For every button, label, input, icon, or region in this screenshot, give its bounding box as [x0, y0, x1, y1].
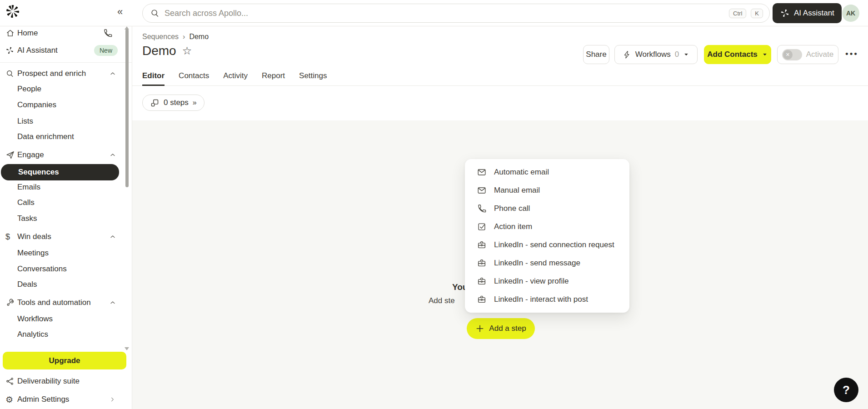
briefcase-icon: [477, 294, 487, 304]
menu-item-linkedin-interact-with-post[interactable]: LinkedIn - interact with post: [465, 290, 629, 309]
chevron-up-icon: [109, 299, 116, 306]
sidebar-item-workflows[interactable]: Workflows: [0, 312, 120, 326]
sidebar-section-prospect-and-enrich[interactable]: Prospect and enrich: [0, 67, 120, 80]
menu-item-automatic-email[interactable]: Automatic email: [465, 163, 629, 181]
steps-icon: [150, 98, 160, 108]
paper-plane-icon: [5, 150, 15, 160]
sidebar-item-sequences[interactable]: Sequences: [1, 164, 119, 180]
ai-assistant-button[interactable]: AI Assistant: [773, 3, 842, 23]
menu-item-manual-email[interactable]: Manual email: [465, 181, 629, 200]
menu-item-linkedin-send-connection-request[interactable]: LinkedIn - send connection request: [465, 236, 629, 254]
checkbox-icon: [477, 222, 487, 232]
sequence-tabs: Editor Contacts Activity Report Settings: [132, 67, 868, 86]
sidebar-item-lists[interactable]: Lists: [0, 115, 120, 128]
sidebar-section-win-deals[interactable]: $ Win deals: [0, 230, 120, 244]
chevron-up-icon: [109, 151, 116, 159]
user-avatar[interactable]: AK: [842, 5, 859, 22]
favorite-star-icon[interactable]: ☆: [182, 45, 192, 57]
sidebar-item-home[interactable]: Home: [0, 26, 120, 40]
chevron-right-icon: [109, 396, 116, 403]
briefcase-icon: [477, 258, 487, 268]
steps-count-button[interactable]: 0 steps »: [142, 95, 205, 111]
wrench-icon: [5, 298, 15, 307]
sidebar-item-ai-assistant[interactable]: AI Assistant New: [0, 44, 120, 57]
sidebar-item-tasks[interactable]: Tasks: [0, 212, 120, 225]
top-bar: « Ctrl K AI Assistant AK: [0, 0, 868, 26]
sidebar-item-emails[interactable]: Emails: [0, 180, 120, 194]
breadcrumb-sequences-link[interactable]: Sequences: [142, 33, 179, 41]
tab-report[interactable]: Report: [262, 67, 285, 86]
activate-toggle[interactable]: ✕: [782, 49, 802, 60]
global-search[interactable]: Ctrl K: [142, 4, 770, 23]
chevron-up-icon: [109, 70, 116, 77]
new-badge: New: [94, 45, 118, 56]
tab-editor[interactable]: Editor: [142, 67, 165, 86]
sidebar-scrollbar[interactable]: [125, 29, 129, 187]
sidebar-item-deals[interactable]: Deals: [0, 278, 120, 291]
sidebar-item-meetings[interactable]: Meetings: [0, 246, 120, 260]
share-button[interactable]: Share: [583, 45, 609, 64]
sidebar-section-tools-and-automation[interactable]: Tools and automation: [0, 296, 120, 309]
caret-down-icon: [762, 51, 768, 58]
mail-icon: [477, 167, 487, 177]
activate-toggle-button[interactable]: ✕ Activate: [777, 45, 838, 64]
briefcase-icon: [477, 240, 487, 250]
menu-item-phone-call[interactable]: Phone call: [465, 200, 629, 218]
workflows-count: 0: [675, 50, 679, 59]
share-nodes-icon: [5, 377, 15, 386]
search-icon: [150, 8, 160, 18]
home-icon: [5, 29, 15, 38]
scroll-down-arrow-icon[interactable]: [125, 347, 129, 350]
sidebar-item-analytics[interactable]: Analytics: [0, 328, 120, 341]
tab-settings[interactable]: Settings: [299, 67, 327, 86]
add-step-menu: Automatic email Manual email Phone call …: [465, 159, 629, 313]
sidebar-item-admin-settings[interactable]: ⚙ Admin Settings: [0, 393, 120, 406]
mail-icon: [477, 185, 487, 195]
chevron-up-icon: [109, 233, 116, 240]
tab-activity[interactable]: Activity: [223, 67, 248, 86]
empty-state-subtext: Add ste: [429, 296, 455, 305]
breadcrumb-current: Demo: [189, 33, 209, 41]
menu-item-linkedin-view-profile[interactable]: LinkedIn - view profile: [465, 272, 629, 290]
caret-down-icon: [683, 51, 689, 58]
add-a-step-button[interactable]: Add a step: [467, 318, 535, 339]
ai-assistant-label: AI Assistant: [794, 9, 834, 18]
more-options-button[interactable]: •••: [845, 49, 858, 59]
dollar-icon: $: [5, 232, 10, 242]
sidebar-item-data-enrichment[interactable]: Data enrichment: [0, 130, 120, 144]
gear-icon: ⚙: [5, 395, 13, 404]
dialer-phone-icon[interactable]: [103, 28, 113, 38]
sidebar-item-calls[interactable]: Calls: [0, 196, 120, 209]
briefcase-icon: [477, 276, 487, 286]
upgrade-button[interactable]: Upgrade: [3, 352, 126, 369]
page-title: Demo: [142, 44, 176, 58]
shortcut-ctrl-key: Ctrl: [729, 9, 746, 18]
breadcrumb-separator: ›: [183, 33, 185, 41]
sidebar-divider: [0, 62, 132, 63]
double-chevron-icon: »: [193, 99, 197, 107]
menu-item-action-item[interactable]: Action item: [465, 218, 629, 236]
search-input[interactable]: [165, 9, 724, 18]
sidebar-section-engage[interactable]: Engage: [0, 148, 120, 162]
phone-icon: [477, 204, 487, 214]
lightning-icon: [623, 50, 631, 59]
sidebar-item-deliverability-suite[interactable]: Deliverability suite: [0, 374, 120, 388]
tab-contacts[interactable]: Contacts: [179, 67, 209, 86]
sidebar-item-companies[interactable]: Companies: [0, 98, 120, 112]
ai-assistant-icon: [5, 46, 14, 55]
sidebar-item-people[interactable]: People: [0, 82, 120, 96]
toggle-x-icon: ✕: [783, 50, 793, 60]
add-contacts-button[interactable]: Add Contacts: [704, 45, 771, 64]
sidebar-item-conversations[interactable]: Conversations: [0, 262, 120, 276]
sidebar-collapse-icon[interactable]: «: [117, 6, 123, 18]
magnifier-icon: [5, 69, 15, 78]
apollo-logo-icon[interactable]: [5, 3, 21, 20]
breadcrumb: Sequences › Demo: [142, 33, 209, 41]
shortcut-k-key: K: [751, 9, 763, 18]
sidebar-nav: Home AI Assistant New: [0, 26, 132, 409]
ai-assistant-icon: [780, 8, 790, 18]
help-button[interactable]: ?: [834, 378, 858, 402]
workflows-button[interactable]: Workflows 0: [614, 45, 698, 64]
plus-icon: [475, 324, 484, 333]
menu-item-linkedin-send-message[interactable]: LinkedIn - send message: [465, 254, 629, 272]
